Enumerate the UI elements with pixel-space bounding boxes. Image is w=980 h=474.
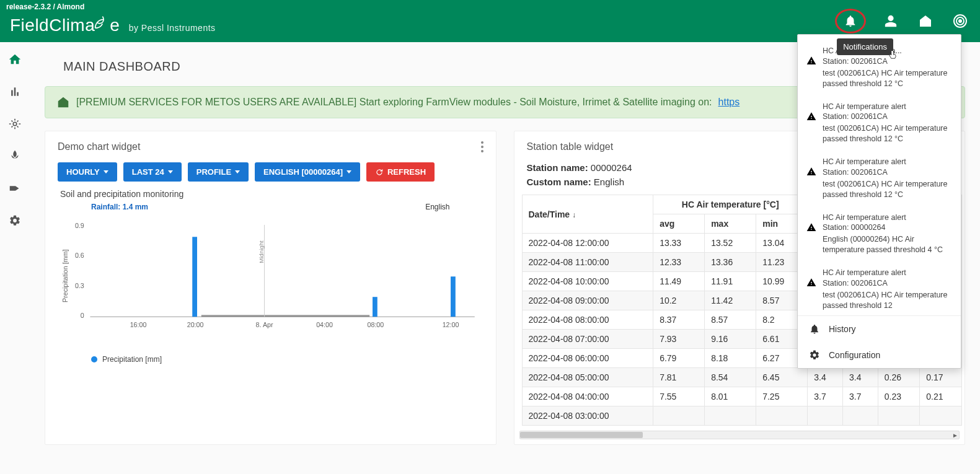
table-cell: 2022-04-08 04:00:00: [522, 387, 653, 406]
chart-area: Rainfall: 1.4 mm English 0.9 0.6 0.3 0 P…: [45, 203, 496, 374]
caret-down-icon: [168, 170, 173, 173]
broadcast-icon[interactable]: [950, 11, 970, 31]
banner-link[interactable]: https: [718, 97, 740, 108]
table-cell: 2022-04-08 11:00:00: [522, 253, 653, 272]
sidebar-charts[interactable]: [5, 82, 25, 102]
rainfall-label: Rainfall: 1.4 mm: [91, 203, 148, 211]
warning-icon: [806, 167, 816, 200]
table-cell: 2022-04-08 10:00:00: [522, 272, 653, 291]
hourly-button[interactable]: HOURLY: [58, 162, 117, 182]
sidebar-home[interactable]: [5, 50, 25, 69]
col-avg[interactable]: avg: [653, 214, 705, 234]
svg-point-0: [959, 20, 961, 22]
table-cell: 2022-04-08 08:00:00: [522, 310, 653, 330]
chart-subtitle: Soil and precipitation monitoring: [45, 189, 496, 203]
cursor-pointer-icon: [887, 48, 898, 62]
app-logo: FieldClimae by Pessl Instruments: [10, 14, 216, 35]
y-axis-label: Precipitation [mm]: [61, 250, 69, 302]
svg-text:0: 0: [81, 312, 84, 319]
chart-controls: HOURLY LAST 24 PROFILE ENGLISH [00000264…: [45, 162, 496, 189]
warning-icon: [806, 112, 816, 145]
english-label: English: [425, 203, 449, 211]
svg-point-5: [481, 146, 483, 148]
notification-item[interactable]: HC Air temperature alertStation: 002061C…: [806, 97, 952, 152]
refresh-button[interactable]: REFRESH: [366, 162, 435, 182]
col-group-temp[interactable]: HC Air temperature [°C]: [653, 195, 808, 214]
svg-text:0.3: 0.3: [75, 282, 84, 289]
farm-icon[interactable]: [916, 11, 935, 31]
table-row[interactable]: 2022-04-08 05:00:007.818.546.453.43.40.2…: [522, 368, 962, 387]
sidebar: [0, 42, 30, 474]
sidebar-plant[interactable]: [5, 146, 25, 166]
table-cell: 8.37: [653, 310, 705, 330]
table-cell: 0.26: [878, 368, 920, 387]
notifications-list[interactable]: HC Air temperature a...Station: 002061CA…: [798, 35, 961, 315]
table-cell: 7.25: [756, 387, 808, 406]
svg-point-3: [13, 122, 17, 126]
table-cell: 0.17: [920, 368, 962, 387]
table-cell: 11.49: [653, 272, 705, 291]
bell-icon[interactable]: [841, 11, 860, 31]
table-cell: 8.57: [705, 310, 756, 330]
notifications-history[interactable]: History: [798, 316, 961, 342]
table-cell: 2022-04-08 06:00:00: [522, 349, 653, 368]
sidebar-weather[interactable]: [5, 114, 25, 134]
col-max[interactable]: max: [705, 214, 756, 234]
release-tag: release-2.3.2 / Almond: [6, 2, 84, 11]
last24-button[interactable]: LAST 24: [123, 162, 182, 182]
notification-item[interactable]: HC Air temperature alertStation: 002061C…: [806, 263, 952, 315]
sidebar-settings[interactable]: [5, 211, 25, 230]
table-cell: [808, 406, 843, 426]
chart-widget: Demo chart widget HOURLY LAST 24 PROFILE…: [45, 131, 497, 445]
header-actions: [835, 9, 970, 33]
horizontal-scrollbar[interactable]: ◄ ►: [519, 431, 960, 439]
table-row[interactable]: 2022-04-08 04:00:007.558.017.253.73.70.2…: [522, 387, 962, 406]
notifications-tooltip: Notifications: [837, 38, 893, 55]
svg-text:04:00: 04:00: [316, 321, 333, 328]
table-cell: 2022-04-08 07:00:00: [522, 330, 653, 349]
table-cell: 2022-04-08 12:00:00: [522, 234, 653, 253]
warning-icon: [806, 222, 816, 256]
svg-rect-16: [373, 297, 377, 317]
warning-icon: [806, 56, 816, 89]
table-cell: 8.01: [705, 387, 756, 406]
table-cell: [756, 406, 808, 426]
notifications-configuration[interactable]: Configuration: [798, 342, 961, 368]
sidebar-irrigation[interactable]: [5, 178, 25, 198]
table-widget-title: Station table widget: [527, 141, 614, 152]
table-row[interactable]: 2022-04-08 03:00:00: [522, 406, 962, 426]
table-cell: 12.33: [653, 253, 705, 272]
caret-down-icon: [347, 170, 351, 173]
notification-item[interactable]: HC Air temperature alertStation: 0000026…: [806, 208, 952, 263]
notifications-footer: History Configuration: [798, 315, 961, 368]
station-button[interactable]: ENGLISH [00000264]: [255, 162, 360, 182]
table-cell: 7.81: [653, 368, 705, 387]
svg-text:20:00: 20:00: [187, 321, 204, 328]
refresh-icon: [375, 168, 384, 177]
svg-text:0.6: 0.6: [75, 252, 84, 259]
table-cell: 6.45: [756, 368, 808, 387]
legend-dot-icon: [91, 356, 97, 362]
table-cell: 0.21: [920, 387, 962, 406]
svg-rect-12: [201, 315, 369, 317]
scroll-thumb[interactable]: [520, 432, 643, 438]
chart-widget-title: Demo chart widget: [58, 141, 140, 152]
caret-down-icon: [235, 170, 240, 173]
table-cell: 2022-04-08 03:00:00: [522, 406, 653, 426]
farm-house-icon: [56, 95, 70, 109]
chart-widget-menu[interactable]: [481, 141, 483, 152]
notification-item[interactable]: HC Air temperature alertStation: 002061C…: [806, 152, 952, 208]
scroll-right-icon[interactable]: ►: [950, 431, 960, 439]
table-cell: 0.23: [878, 387, 920, 406]
svg-point-4: [481, 141, 483, 144]
user-icon[interactable]: [881, 11, 901, 31]
table-cell: 10.2: [653, 291, 705, 310]
col-datetime[interactable]: Date/Time ↓: [522, 195, 653, 234]
table-cell: 2022-04-08 09:00:00: [522, 291, 653, 310]
sort-down-icon: ↓: [572, 211, 576, 219]
svg-rect-17: [451, 276, 456, 317]
table-cell: [878, 406, 920, 426]
table-cell: 11.91: [705, 272, 756, 291]
table-cell: 13.36: [705, 253, 756, 272]
profile-button[interactable]: PROFILE: [188, 162, 249, 182]
